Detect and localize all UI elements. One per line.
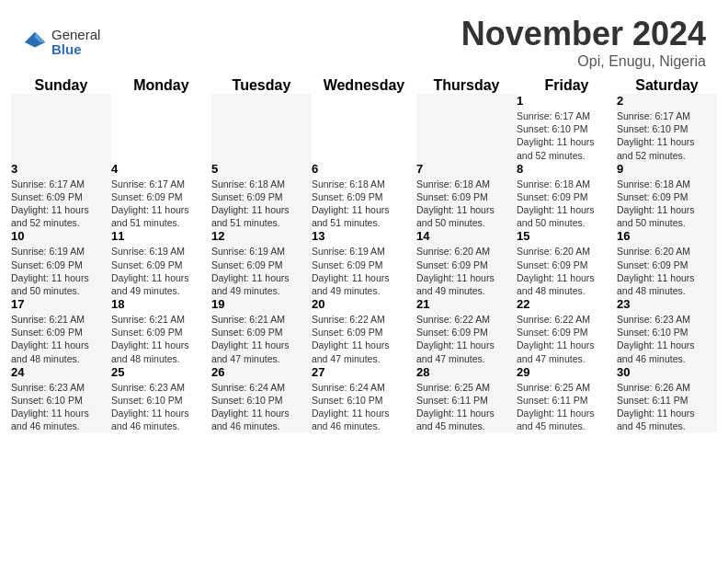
- table-row: 1Sunrise: 6:17 AMSunset: 6:10 PMDaylight…: [517, 94, 617, 162]
- day-info: Sunrise: 6:24 AMSunset: 6:10 PMDaylight:…: [312, 381, 416, 433]
- table-row: 22Sunrise: 6:22 AMSunset: 6:09 PMDayligh…: [517, 297, 617, 365]
- day-info: Sunrise: 6:17 AMSunset: 6:10 PMDaylight:…: [617, 109, 717, 162]
- day-info: Sunrise: 6:18 AMSunset: 6:09 PMDaylight:…: [416, 178, 517, 230]
- table-row: 29Sunrise: 6:25 AMSunset: 6:11 PMDayligh…: [517, 365, 617, 433]
- day-number: 30: [617, 365, 717, 379]
- day-info: Sunrise: 6:26 AMSunset: 6:11 PMDaylight:…: [617, 381, 717, 433]
- day-info: Sunrise: 6:20 AMSunset: 6:09 PMDaylight:…: [617, 245, 717, 297]
- header-wednesday: Wednesday: [312, 77, 416, 94]
- day-number: 4: [111, 162, 211, 176]
- day-info: Sunrise: 6:21 AMSunset: 6:09 PMDaylight:…: [211, 313, 312, 365]
- table-row: 16Sunrise: 6:20 AMSunset: 6:09 PMDayligh…: [617, 229, 717, 297]
- day-number: 29: [517, 365, 617, 379]
- day-info: Sunrise: 6:20 AMSunset: 6:09 PMDaylight:…: [517, 245, 617, 297]
- day-number: 19: [211, 297, 312, 311]
- day-number: 3: [11, 162, 111, 176]
- table-row: 11Sunrise: 6:19 AMSunset: 6:09 PMDayligh…: [111, 229, 211, 297]
- day-info: Sunrise: 6:23 AMSunset: 6:10 PMDaylight:…: [11, 381, 111, 433]
- calendar-week-row: 17Sunrise: 6:21 AMSunset: 6:09 PMDayligh…: [11, 297, 717, 365]
- day-number: 9: [617, 162, 717, 176]
- table-row: [416, 94, 517, 162]
- table-row: 23Sunrise: 6:23 AMSunset: 6:10 PMDayligh…: [617, 297, 717, 365]
- table-row: [312, 94, 416, 162]
- day-info: Sunrise: 6:20 AMSunset: 6:09 PMDaylight:…: [416, 245, 517, 297]
- header-monday: Monday: [111, 77, 211, 94]
- day-number: 5: [211, 162, 312, 176]
- day-info: Sunrise: 6:24 AMSunset: 6:10 PMDaylight:…: [211, 381, 312, 433]
- table-row: 28Sunrise: 6:25 AMSunset: 6:11 PMDayligh…: [416, 365, 517, 433]
- location: Opi, Enugu, Nigeria: [461, 53, 706, 70]
- month-title: November 2024: [461, 15, 706, 53]
- calendar-week-row: 10Sunrise: 6:19 AMSunset: 6:09 PMDayligh…: [11, 229, 717, 297]
- day-number: 8: [517, 162, 617, 176]
- day-number: 21: [416, 297, 517, 311]
- table-row: 15Sunrise: 6:20 AMSunset: 6:09 PMDayligh…: [517, 229, 617, 297]
- table-row: 30Sunrise: 6:26 AMSunset: 6:11 PMDayligh…: [617, 365, 717, 433]
- day-info: Sunrise: 6:22 AMSunset: 6:09 PMDaylight:…: [517, 313, 617, 365]
- day-info: Sunrise: 6:19 AMSunset: 6:09 PMDaylight:…: [211, 245, 312, 297]
- day-info: Sunrise: 6:17 AMSunset: 6:09 PMDaylight:…: [111, 178, 211, 230]
- day-number: 18: [111, 297, 211, 311]
- day-number: 1: [517, 94, 617, 108]
- calendar-body: 1Sunrise: 6:17 AMSunset: 6:10 PMDaylight…: [11, 94, 717, 432]
- table-row: 17Sunrise: 6:21 AMSunset: 6:09 PMDayligh…: [11, 297, 111, 365]
- calendar-week-row: 24Sunrise: 6:23 AMSunset: 6:10 PMDayligh…: [11, 365, 717, 433]
- logo: General Blue: [22, 28, 100, 58]
- day-info: Sunrise: 6:17 AMSunset: 6:10 PMDaylight:…: [517, 109, 617, 162]
- table-row: 4Sunrise: 6:17 AMSunset: 6:09 PMDaylight…: [111, 162, 211, 230]
- table-row: 12Sunrise: 6:19 AMSunset: 6:09 PMDayligh…: [211, 229, 312, 297]
- header-saturday: Saturday: [617, 77, 717, 94]
- logo-icon: [22, 29, 48, 55]
- table-row: 9Sunrise: 6:18 AMSunset: 6:09 PMDaylight…: [617, 162, 717, 230]
- table-row: 21Sunrise: 6:22 AMSunset: 6:09 PMDayligh…: [416, 297, 517, 365]
- day-info: Sunrise: 6:17 AMSunset: 6:09 PMDaylight:…: [11, 178, 111, 230]
- day-info: Sunrise: 6:19 AMSunset: 6:09 PMDaylight:…: [111, 245, 211, 297]
- day-number: 12: [211, 229, 312, 243]
- day-info: Sunrise: 6:23 AMSunset: 6:10 PMDaylight:…: [617, 313, 717, 365]
- table-row: 26Sunrise: 6:24 AMSunset: 6:10 PMDayligh…: [211, 365, 312, 433]
- calendar-header: Sunday Monday Tuesday Wednesday Thursday…: [11, 77, 717, 94]
- day-info: Sunrise: 6:19 AMSunset: 6:09 PMDaylight:…: [11, 245, 111, 297]
- table-row: 10Sunrise: 6:19 AMSunset: 6:09 PMDayligh…: [11, 229, 111, 297]
- day-info: Sunrise: 6:19 AMSunset: 6:09 PMDaylight:…: [312, 245, 416, 297]
- day-number: 13: [312, 229, 416, 243]
- table-row: 3Sunrise: 6:17 AMSunset: 6:09 PMDaylight…: [11, 162, 111, 230]
- day-info: Sunrise: 6:23 AMSunset: 6:10 PMDaylight:…: [111, 381, 211, 433]
- table-row: 2Sunrise: 6:17 AMSunset: 6:10 PMDaylight…: [617, 94, 717, 162]
- day-number: 25: [111, 365, 211, 379]
- day-number: 20: [312, 297, 416, 311]
- table-row: 6Sunrise: 6:18 AMSunset: 6:09 PMDaylight…: [312, 162, 416, 230]
- day-number: 7: [416, 162, 517, 176]
- table-row: [211, 94, 312, 162]
- day-number: 15: [517, 229, 617, 243]
- title-block: November 2024 Opi, Enugu, Nigeria: [461, 15, 706, 70]
- day-number: 23: [617, 297, 717, 311]
- header-tuesday: Tuesday: [211, 77, 312, 94]
- table-row: 14Sunrise: 6:20 AMSunset: 6:09 PMDayligh…: [416, 229, 517, 297]
- header-sunday: Sunday: [11, 77, 111, 94]
- logo-blue-text: Blue: [51, 42, 100, 58]
- day-info: Sunrise: 6:21 AMSunset: 6:09 PMDaylight:…: [111, 313, 211, 365]
- day-number: 24: [11, 365, 111, 379]
- table-row: 20Sunrise: 6:22 AMSunset: 6:09 PMDayligh…: [312, 297, 416, 365]
- day-number: 14: [416, 229, 517, 243]
- header-friday: Friday: [517, 77, 617, 94]
- table-row: 13Sunrise: 6:19 AMSunset: 6:09 PMDayligh…: [312, 229, 416, 297]
- header-row: Sunday Monday Tuesday Wednesday Thursday…: [11, 77, 717, 94]
- table-row: 25Sunrise: 6:23 AMSunset: 6:10 PMDayligh…: [111, 365, 211, 433]
- day-info: Sunrise: 6:18 AMSunset: 6:09 PMDaylight:…: [517, 178, 617, 230]
- table-row: 24Sunrise: 6:23 AMSunset: 6:10 PMDayligh…: [11, 365, 111, 433]
- calendar-week-row: 3Sunrise: 6:17 AMSunset: 6:09 PMDaylight…: [11, 162, 717, 230]
- table-row: 8Sunrise: 6:18 AMSunset: 6:09 PMDaylight…: [517, 162, 617, 230]
- day-number: 27: [312, 365, 416, 379]
- day-info: Sunrise: 6:21 AMSunset: 6:09 PMDaylight:…: [11, 313, 111, 365]
- day-info: Sunrise: 6:25 AMSunset: 6:11 PMDaylight:…: [416, 381, 517, 433]
- day-number: 2: [617, 94, 717, 108]
- day-info: Sunrise: 6:18 AMSunset: 6:09 PMDaylight:…: [312, 178, 416, 230]
- day-number: 22: [517, 297, 617, 311]
- header-thursday: Thursday: [416, 77, 517, 94]
- logo-general-text: General: [51, 28, 100, 43]
- calendar-week-row: 1Sunrise: 6:17 AMSunset: 6:10 PMDaylight…: [11, 94, 717, 162]
- day-number: 10: [11, 229, 111, 243]
- day-info: Sunrise: 6:18 AMSunset: 6:09 PMDaylight:…: [617, 178, 717, 230]
